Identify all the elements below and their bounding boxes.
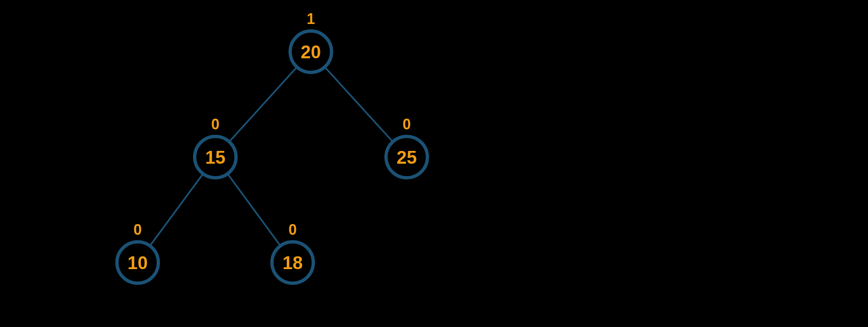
balance-factor: 1	[307, 10, 315, 27]
node-value: 25	[397, 147, 417, 167]
balance-factor: 0	[403, 116, 411, 133]
edges-group	[150, 67, 393, 246]
balance-factor: 0	[289, 221, 297, 238]
node-value: 10	[128, 253, 148, 273]
node: 10 0	[117, 221, 158, 284]
balance-factor: 0	[134, 221, 142, 238]
avl-tree-diagram: 20 1 15 0 25 0 10 0 18 0	[0, 0, 868, 327]
node: 15 0	[195, 116, 236, 178]
edge	[228, 174, 281, 246]
node: 18 0	[272, 221, 313, 284]
edge	[229, 67, 297, 142]
edge	[150, 174, 203, 246]
node-value: 20	[301, 42, 321, 62]
balance-factor: 0	[211, 116, 219, 133]
node: 25 0	[386, 116, 427, 178]
edge	[325, 67, 393, 142]
node-value: 18	[283, 253, 303, 273]
node: 20 1	[290, 10, 331, 73]
node-value: 15	[205, 147, 226, 167]
